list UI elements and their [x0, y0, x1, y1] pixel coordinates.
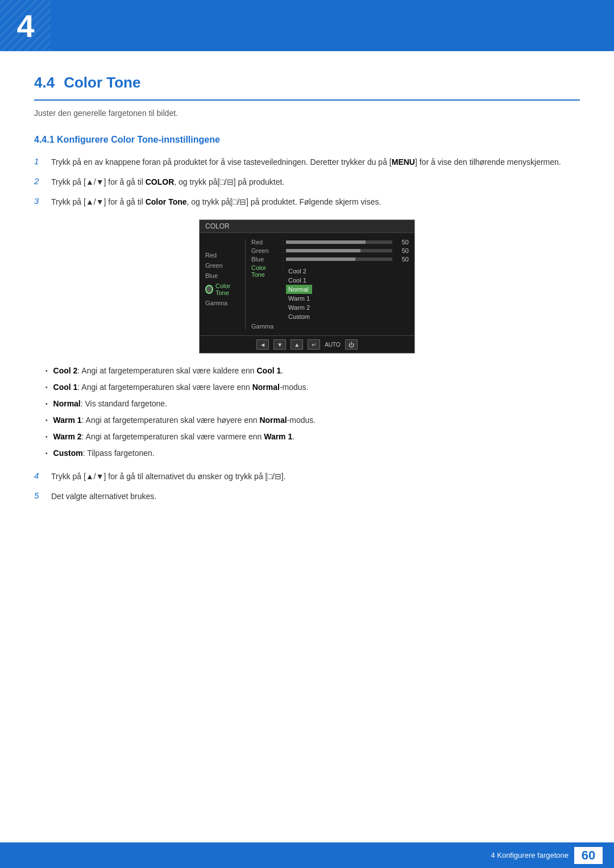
color-tone-label-row: Color Tone [251, 264, 280, 278]
slider-blue-fill [286, 258, 355, 261]
option-warm2: Warm 2 [286, 303, 312, 312]
bullet-dot-6: • [45, 449, 48, 458]
bullet-cool2-text: Cool 2: Angi at fargetemperaturen skal v… [53, 365, 284, 377]
monitor-left-section: Red Green Blue Color Tone Gamma [205, 239, 245, 330]
slider-green-bar [286, 249, 392, 252]
monitor-right-panel: Red : 50 Green : 50 [245, 239, 409, 330]
slider-red-bar [286, 240, 392, 244]
bullet-dot-1: • [45, 367, 48, 375]
bullet-list: • Cool 2: Angi at fargetemperaturen skal… [45, 365, 580, 459]
menu-gamma: Gamma [205, 298, 240, 308]
chapter-number: 4 [16, 7, 34, 44]
steps-list: 1 Trykk på en av knappene foran på produ… [34, 156, 580, 208]
menu-blue: Blue [205, 271, 240, 281]
bullet-cool1-text: Cool 1: Angi at fargetemperaturen skal v… [53, 381, 309, 393]
bullet-dot-5: • [45, 433, 48, 441]
menu-red: Red [205, 250, 240, 260]
slider-red: Red : 50 [251, 239, 409, 246]
slider-blue: Blue : 50 [251, 256, 409, 263]
subsection-title-text: Konfigurere Color Tone-innstillingene [57, 135, 220, 144]
bullet-dot-4: • [45, 416, 48, 425]
slider-green-value: 50 [395, 247, 409, 254]
step-2-number: 2 [34, 176, 51, 186]
section-description: Juster den generelle fargetonen til bild… [34, 109, 580, 118]
step-4-text: Trykk på [▲/▼] for å gå til alternativet… [51, 471, 580, 483]
section-title: Color Tone [64, 74, 140, 96]
bullet-cool1: • Cool 1: Angi at fargetemperaturen skal… [45, 381, 580, 393]
slider-blue-label: Blue [251, 256, 280, 263]
slider-red-value: 50 [395, 239, 409, 246]
menu-green: Green [205, 260, 240, 271]
color-tone-options: Cool 2 Cool 1 Normal Warm 1 Warm 2 Custo… [286, 267, 312, 321]
step-1-text: Trykk på en av knappene foran på produkt… [51, 156, 580, 168]
color-tone-row: Color Tone : Cool 2 Cool 1 Normal Warm 1… [251, 264, 409, 321]
bullet-warm1: • Warm 1: Angi at fargetemperaturen skal… [45, 414, 580, 426]
bullet-warm2-text: Warm 2: Angi at fargetemperaturen skal v… [53, 431, 295, 443]
monitor-top-bar: COLOR [200, 220, 414, 233]
footer-chapter-label: 4 Konfigurere fargetone [491, 851, 569, 859]
section-number-title: 4.4 Color Tone [34, 74, 580, 96]
step-4-number: 4 [34, 471, 51, 480]
step-3: 3 Trykk på [▲/▼] for å gå til Color Tone… [34, 196, 580, 208]
footer-page-number: 60 [574, 847, 603, 864]
slider-green-label: Green [251, 247, 280, 254]
gamma-label: Gamma [251, 323, 280, 330]
bullet-cool2: • Cool 2: Angi at fargetemperaturen skal… [45, 365, 580, 377]
chapter-header: 4 Konfigurere fargetone [0, 0, 614, 51]
monitor-bottom-bar: ◄ ▼ ▲ ↵ AUTO ⏻ [200, 335, 414, 353]
bullet-warm1-text: Warm 1: Angi at fargetemperaturen skal v… [53, 414, 316, 426]
monitor-content: Red Green Blue Color Tone Gamma Red : [200, 233, 414, 335]
btn-prev: ◄ [256, 339, 269, 350]
steps-list-2: 4 Trykk på [▲/▼] for å gå til alternativ… [34, 471, 580, 502]
btn-power: ⏻ [345, 339, 358, 350]
bullet-normal: • Normal: Vis standard fargetone. [45, 398, 580, 410]
step-5-text: Det valgte alternativet brukes. [51, 491, 580, 502]
monitor-screenshot: COLOR Red Green Blue Color Tone Gamma [199, 219, 415, 354]
color-tone-icon [205, 285, 213, 294]
step-1-number: 1 [34, 156, 51, 166]
slider-red-fill [286, 240, 366, 244]
gamma-row: Gamma [251, 323, 409, 330]
section-number: 4.4 [34, 74, 55, 92]
slider-red-label: Red [251, 239, 280, 246]
menu-color-tone: Color Tone [205, 281, 240, 298]
page-footer: 4 Konfigurere fargetone 60 [0, 842, 614, 868]
bullet-normal-text: Normal: Vis standard fargetone. [53, 398, 168, 410]
option-warm1: Warm 1 [286, 294, 312, 303]
slider-green: Green : 50 [251, 247, 409, 254]
option-custom: Custom [286, 312, 312, 321]
subsection-number: 4.4.1 [34, 135, 55, 144]
slider-blue-bar [286, 258, 392, 261]
step-2-text: Trykk på [▲/▼] for å gå til COLOR, og tr… [51, 176, 580, 188]
step-4: 4 Trykk på [▲/▼] for å gå til alternativ… [34, 471, 580, 483]
slider-green-fill [286, 249, 360, 252]
btn-up: ▲ [291, 339, 303, 350]
step-1: 1 Trykk på en av knappene foran på produ… [34, 156, 580, 168]
bullet-dot-2: • [45, 383, 48, 392]
option-normal: Normal [286, 285, 312, 294]
slider-blue-value: 50 [395, 256, 409, 263]
step-3-number: 3 [34, 196, 51, 206]
bullet-custom-text: Custom: Tilpass fargetonen. [53, 447, 155, 459]
bullet-warm2: • Warm 2: Angi at fargetemperaturen skal… [45, 431, 580, 443]
auto-label: AUTO [325, 339, 341, 350]
content-area: 4.4 Color Tone Juster den generelle farg… [0, 74, 614, 559]
option-cool2: Cool 2 [286, 267, 312, 276]
btn-enter: ↵ [308, 339, 320, 350]
step-5-number: 5 [34, 491, 51, 500]
chapter-number-box: 4 [0, 0, 51, 51]
bullet-dot-3: • [45, 400, 48, 408]
option-cool1: Cool 1 [286, 276, 312, 285]
monitor-top-label: COLOR [205, 222, 230, 230]
step-5: 5 Det valgte alternativet brukes. [34, 491, 580, 502]
step-2: 2 Trykk på [▲/▼] for å gå til COLOR, og … [34, 176, 580, 188]
subsection-title: 4.4.1 Konfigurere Color Tone-innstilling… [34, 135, 580, 145]
step-3-text: Trykk på [▲/▼] for å gå til Color Tone, … [51, 196, 580, 208]
bullet-custom: • Custom: Tilpass fargetonen. [45, 447, 580, 459]
btn-down: ▼ [273, 339, 286, 350]
chapter-title: Konfigurere fargetone [68, 14, 283, 38]
